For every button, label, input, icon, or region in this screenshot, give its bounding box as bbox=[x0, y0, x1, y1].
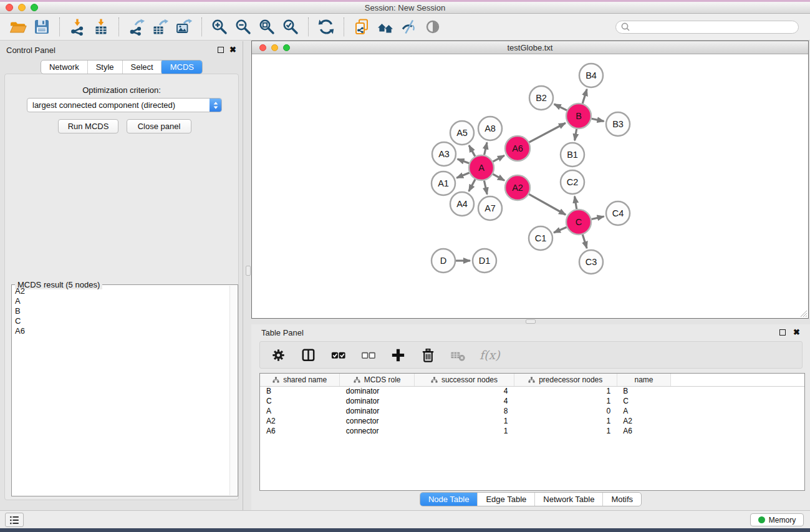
graph-edge-A-A5[interactable] bbox=[469, 145, 475, 157]
import-table-button[interactable] bbox=[89, 16, 113, 38]
delete-button[interactable] bbox=[420, 347, 436, 364]
graph-edge-C-C1[interactable] bbox=[554, 227, 567, 233]
table-row[interactable]: Bdominator41B bbox=[260, 386, 804, 396]
mcds-result-item[interactable]: A bbox=[12, 296, 229, 306]
vertical-split-handle[interactable] bbox=[246, 266, 251, 276]
hide-graphics-details-button[interactable] bbox=[397, 16, 421, 38]
export-network-button[interactable] bbox=[125, 16, 148, 38]
horizontal-split-handle[interactable] bbox=[526, 319, 536, 324]
table-tab-node-table[interactable]: Node Table bbox=[420, 492, 478, 506]
graph-edge-A6-B[interactable] bbox=[529, 123, 566, 142]
graph-edge-A-A3[interactable] bbox=[458, 159, 470, 163]
run-mcds-button[interactable]: Run MCDS bbox=[58, 119, 118, 133]
graph-node-C3[interactable]: C3 bbox=[579, 250, 603, 274]
show-columns-button[interactable] bbox=[300, 347, 317, 364]
search-box[interactable] bbox=[615, 21, 799, 34]
graph-edge-A-A1[interactable] bbox=[456, 173, 469, 178]
graph-edge-A-A6[interactable] bbox=[493, 155, 504, 162]
column-settings-button[interactable] bbox=[270, 347, 287, 364]
column-header-MCDS-role[interactable]: MCDS role bbox=[340, 374, 415, 386]
network-canvas[interactable]: B4B2BB3A5A8A6B1A3AC2A1A2A4A7C4CC1C3DD1 bbox=[252, 54, 808, 318]
mcds-result-scrollbar[interactable] bbox=[229, 286, 237, 495]
search-input[interactable] bbox=[630, 22, 798, 32]
graph-edge-B-B4[interactable] bbox=[582, 89, 587, 104]
graph-node-B2[interactable]: B2 bbox=[529, 86, 553, 110]
table-row[interactable]: A2connector11A2 bbox=[260, 416, 804, 426]
export-table-button[interactable] bbox=[148, 16, 172, 38]
graph-edge-C-C3[interactable] bbox=[582, 235, 587, 248]
graph-edge-A-A4[interactable] bbox=[469, 180, 475, 191]
close-panel-button[interactable]: Close panel bbox=[127, 119, 191, 133]
column-header-name[interactable]: name bbox=[617, 374, 671, 386]
tab-network[interactable]: Network bbox=[41, 60, 87, 74]
graph-node-A6[interactable]: A6 bbox=[505, 136, 530, 161]
mcds-result-item[interactable]: C bbox=[12, 316, 229, 326]
graph-node-A4[interactable]: A4 bbox=[450, 192, 474, 216]
graph-edge-B-B1[interactable] bbox=[575, 129, 577, 141]
graph-edge-B-B2[interactable] bbox=[554, 104, 567, 110]
graph-node-C4[interactable]: C4 bbox=[606, 201, 630, 225]
graph-edge-A2-C[interactable] bbox=[529, 194, 566, 215]
graph-node-C2[interactable]: C2 bbox=[561, 170, 584, 194]
criterion-dropdown[interactable]: largest connected component (directed) bbox=[27, 98, 222, 112]
column-header-predecessor-nodes[interactable]: predecessor nodes bbox=[514, 374, 617, 386]
import-network-button[interactable] bbox=[65, 16, 89, 38]
zoom-in-button[interactable] bbox=[208, 16, 231, 38]
table-tab-motifs[interactable]: Motifs bbox=[602, 493, 641, 506]
graph-node-A2[interactable]: A2 bbox=[505, 175, 530, 200]
graph-edge-A-A2[interactable] bbox=[493, 174, 504, 180]
open-session-button[interactable] bbox=[6, 16, 30, 38]
graph-node-D[interactable]: D bbox=[432, 249, 455, 273]
graph-edge-A-A7[interactable] bbox=[484, 181, 487, 195]
graph-node-B4[interactable]: B4 bbox=[579, 64, 603, 87]
mcds-result-item[interactable]: A6 bbox=[12, 326, 229, 336]
table-tab-edge-table[interactable]: Edge Table bbox=[477, 493, 534, 506]
clear-all-checks-button[interactable] bbox=[360, 347, 377, 364]
show-graphics-details-button[interactable] bbox=[421, 16, 445, 38]
graph-node-A8[interactable]: A8 bbox=[478, 117, 502, 140]
graph-node-A3[interactable]: A3 bbox=[432, 142, 456, 166]
float-table-panel-icon[interactable] bbox=[779, 329, 786, 336]
mcds-result-item[interactable]: B bbox=[12, 306, 229, 316]
export-image-button[interactable] bbox=[172, 16, 196, 38]
table-row[interactable]: Adominator80A bbox=[260, 406, 804, 416]
graph-edge-C-C4[interactable] bbox=[591, 216, 604, 219]
zoom-out-button[interactable] bbox=[231, 16, 255, 38]
graph-node-A1[interactable]: A1 bbox=[432, 172, 455, 195]
graph-node-B[interactable]: B bbox=[566, 104, 591, 128]
memory-button[interactable]: Memory bbox=[750, 513, 804, 526]
add-button[interactable] bbox=[390, 347, 407, 364]
graph-node-C1[interactable]: C1 bbox=[529, 226, 552, 250]
tab-style[interactable]: Style bbox=[87, 60, 122, 74]
float-panel-icon[interactable] bbox=[218, 47, 224, 53]
close-panel-icon[interactable]: ✖ bbox=[229, 47, 236, 53]
mcds-result-item[interactable]: A2 bbox=[12, 286, 229, 296]
graph-node-B1[interactable]: B1 bbox=[561, 143, 584, 167]
table-row[interactable]: A6connector11A6 bbox=[260, 426, 804, 436]
graph-node-B3[interactable]: B3 bbox=[606, 112, 630, 136]
graph-node-D1[interactable]: D1 bbox=[473, 249, 496, 273]
tab-mcds[interactable]: MCDS bbox=[161, 60, 203, 74]
resize-grip-icon[interactable] bbox=[799, 309, 808, 317]
column-header-shared-name[interactable]: shared name bbox=[260, 374, 340, 386]
network-window-titlebar[interactable]: testGlobe.txt bbox=[252, 41, 808, 54]
tab-select[interactable]: Select bbox=[122, 60, 162, 74]
home-button[interactable] bbox=[374, 16, 397, 38]
graph-node-A5[interactable]: A5 bbox=[450, 121, 474, 145]
graph-edge-B-B3[interactable] bbox=[592, 118, 604, 121]
clone-network-button[interactable] bbox=[350, 16, 374, 38]
graph-node-A[interactable]: A bbox=[469, 155, 494, 180]
close-table-panel-icon[interactable]: ✖ bbox=[793, 329, 800, 336]
graph-node-C[interactable]: C bbox=[566, 210, 591, 235]
graph-edge-A-A8[interactable] bbox=[485, 142, 487, 155]
refresh-layout-button[interactable] bbox=[314, 16, 338, 38]
select-all-checks-button[interactable] bbox=[330, 347, 347, 364]
column-header-successor-nodes[interactable]: successor nodes bbox=[415, 374, 514, 386]
graph-edge-C-C2[interactable] bbox=[575, 196, 577, 210]
graph-node-A7[interactable]: A7 bbox=[478, 196, 502, 220]
table-row[interactable]: Cdominator41C bbox=[260, 396, 804, 406]
table-tab-network-table[interactable]: Network Table bbox=[534, 493, 602, 506]
zoom-selected-button[interactable] bbox=[279, 16, 302, 38]
zoom-fit-button[interactable] bbox=[255, 16, 279, 38]
save-session-button[interactable] bbox=[30, 16, 54, 38]
